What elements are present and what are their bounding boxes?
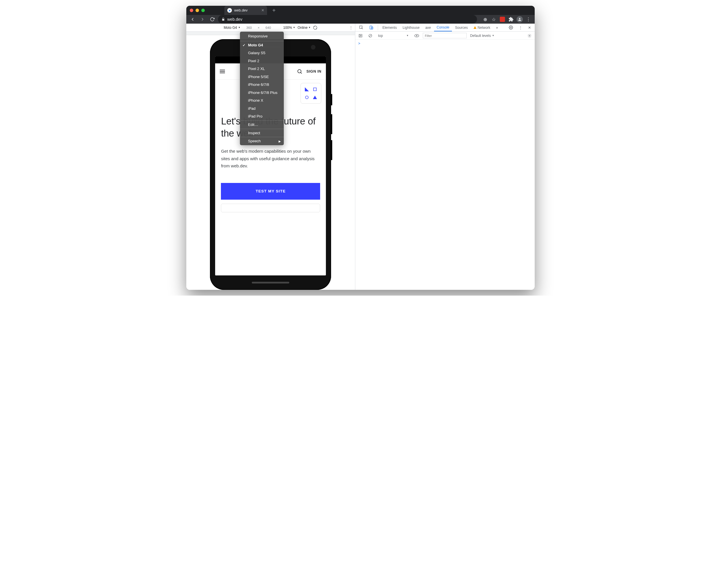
log-levels-select[interactable]: Default levels ▼ <box>470 34 494 38</box>
forward-button[interactable] <box>198 15 206 23</box>
inspect-element-icon[interactable] <box>357 24 366 31</box>
devtools-pane: Elements Lighthouse axe Console Sources … <box>355 24 535 290</box>
window-minimize-icon[interactable] <box>196 9 199 12</box>
svg-point-2 <box>298 69 301 73</box>
device-more-icon[interactable]: ⋮ <box>349 26 353 30</box>
card-placeholder <box>221 204 320 212</box>
hero-body: Get the web's modern capabilities on you… <box>221 147 320 170</box>
svg-marker-3 <box>305 87 309 91</box>
settings-icon[interactable] <box>506 24 516 31</box>
tab-title: web.dev <box>234 8 248 13</box>
tab-sources[interactable]: Sources <box>453 24 470 31</box>
triangle-up-icon <box>312 94 318 101</box>
camera-icon <box>311 45 316 49</box>
address-bar[interactable]: web.dev <box>218 15 477 24</box>
menu-item-device[interactable]: Galaxy S5 <box>240 49 284 57</box>
menu-item-device[interactable]: ✓Moto G4 <box>240 41 284 49</box>
toggle-device-icon[interactable] <box>366 24 376 31</box>
window-zoom-icon[interactable] <box>201 9 205 12</box>
menu-item-edit[interactable]: Edit… <box>240 121 284 129</box>
menu-item-device[interactable]: iPad <box>240 105 284 113</box>
circle-icon <box>304 94 310 101</box>
menu-item-device[interactable]: Pixel 2 XL <box>240 65 284 73</box>
tab-console[interactable]: Console <box>434 24 452 31</box>
extensions-puzzle-icon[interactable] <box>507 15 515 23</box>
menu-item-inspect[interactable]: Inspect <box>240 129 284 137</box>
chevron-down-icon: ▼ <box>406 34 409 37</box>
width-input[interactable]: 360 <box>243 25 256 30</box>
devtools-close-icon[interactable]: ✕ <box>525 24 534 31</box>
menu-item-device[interactable]: iPhone 6/7/8 Plus <box>240 89 284 97</box>
menu-item-device[interactable]: iPhone 5/SE <box>240 73 284 81</box>
extension-icon[interactable] <box>498 15 506 23</box>
toolbar-right: ⊕ ☆ ⋮ <box>481 15 533 23</box>
zoom-select[interactable]: 100% ▼ <box>283 26 295 30</box>
menu-item-device[interactable]: iPad Pro <box>240 112 284 121</box>
tabs-overflow[interactable]: » <box>494 24 501 31</box>
tab-label: Network <box>478 26 490 30</box>
device-toolbar: Moto G4 ▼ 360 × 640 100% ▼ Online ▼ <box>186 24 355 32</box>
cta-button[interactable]: TEST MY SITE <box>221 183 320 200</box>
chevron-down-icon: ▼ <box>308 26 311 29</box>
tab-elements[interactable]: Elements <box>380 24 399 31</box>
sidebar-toggle-icon[interactable] <box>357 34 364 38</box>
chevron-right-icon: ▶ <box>279 140 281 144</box>
browser-menu-icon[interactable]: ⋮ <box>524 15 533 23</box>
throttle-select[interactable]: Online ▼ <box>298 26 311 30</box>
back-button[interactable] <box>188 15 197 23</box>
profile-avatar[interactable] <box>516 15 524 23</box>
side-button-icon <box>331 140 332 160</box>
svg-point-5 <box>305 96 308 99</box>
menu-item-responsive[interactable]: Responsive <box>240 32 284 41</box>
chevron-down-icon: ▼ <box>238 26 241 29</box>
tab-axe[interactable]: axe <box>423 24 434 31</box>
zoom-label: 100% <box>283 26 292 30</box>
rotate-icon[interactable] <box>313 25 318 30</box>
svg-rect-8 <box>370 26 372 29</box>
device-select[interactable]: Moto G4 ▼ <box>224 26 241 30</box>
shapes-card[interactable] <box>301 83 321 104</box>
tab-close-icon[interactable]: × <box>262 8 264 13</box>
browser-tab[interactable]: ➤ web.dev × <box>224 6 267 15</box>
star-icon[interactable]: ☆ <box>490 15 498 23</box>
sign-in-button[interactable]: SIGN IN <box>306 69 322 74</box>
context-select[interactable]: top ▼ <box>376 34 411 38</box>
check-icon: ✓ <box>243 43 245 47</box>
browser-toolbar: web.dev ⊕ ☆ ⋮ <box>186 15 535 24</box>
menu-item-device[interactable]: Pixel 2 <box>240 57 284 65</box>
tab-lighthouse[interactable]: Lighthouse <box>400 24 422 31</box>
tab-network[interactable]: Network <box>471 24 493 31</box>
throttle-label: Online <box>298 26 308 30</box>
svg-point-15 <box>529 35 530 36</box>
chevron-down-icon: ▼ <box>492 34 494 37</box>
menu-item-speech[interactable]: Speech▶ <box>240 137 284 145</box>
live-expression-icon[interactable] <box>413 34 421 38</box>
home-bar-icon <box>252 282 289 284</box>
dimension-x-icon: × <box>258 26 260 29</box>
menu-label: Speech <box>248 139 261 143</box>
clear-console-icon[interactable] <box>366 34 374 38</box>
console-body[interactable]: > <box>355 40 535 290</box>
device-list-section: ✓Moto G4 Galaxy S5 Pixel 2 Pixel 2 XL iP… <box>240 41 284 121</box>
new-tab-button[interactable]: + <box>272 7 276 14</box>
filter-input[interactable] <box>423 33 467 38</box>
window-close-icon[interactable] <box>190 9 193 12</box>
devtools-menu-icon[interactable]: ⋮ <box>516 24 525 31</box>
browser-window: ➤ web.dev × + web.dev ⊕ ☆ <box>186 6 535 290</box>
warning-icon <box>474 26 477 29</box>
menu-item-device[interactable]: iPhone X <box>240 97 284 105</box>
menu-item-device[interactable]: iPhone 6/7/8 <box>240 81 284 89</box>
svg-point-0 <box>519 18 521 19</box>
side-button-icon <box>331 114 332 134</box>
menu-icon[interactable] <box>220 70 225 73</box>
device-select-label: Moto G4 <box>224 26 237 30</box>
search-icon[interactable] <box>297 68 302 74</box>
devtools-tabs: Elements Lighthouse axe Console Sources … <box>355 24 535 32</box>
console-settings-icon[interactable] <box>525 34 534 38</box>
add-bookmark-icon[interactable]: ⊕ <box>481 15 489 23</box>
console-prompt-icon: > <box>358 41 360 45</box>
content-area: Moto G4 ▼ 360 × 640 100% ▼ Online ▼ <box>186 24 535 290</box>
reload-button[interactable] <box>208 15 216 23</box>
levels-label: Default levels <box>470 34 491 38</box>
height-input[interactable]: 640 <box>262 25 275 30</box>
